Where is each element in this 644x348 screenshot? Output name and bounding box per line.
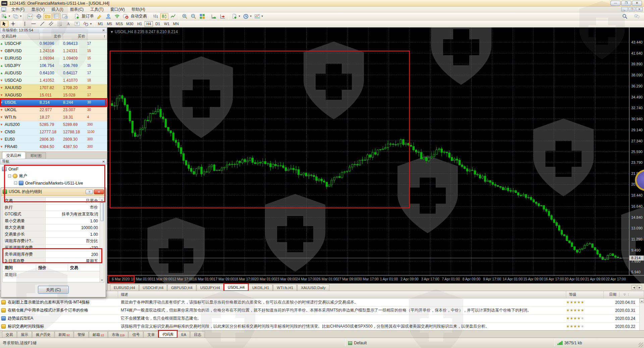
new-chart-dropdown[interactable]: ▼ [8,15,11,18]
chart-window-icon[interactable] [1,7,6,11]
terminal-tab-新闻[interactable]: 新闻92 [55,331,73,338]
dialog-help-button[interactable]: ? [86,190,93,194]
new-order-icon[interactable] [73,13,81,20]
zoom-in-button[interactable] [181,13,189,20]
terminal-tab-代码库[interactable]: 代码库 [159,331,177,338]
timeframe-h1[interactable]: H1 [136,21,144,27]
terminal-tab-邮箱[interactable]: 邮箱12 [89,331,108,338]
menu-item-2[interactable]: 插入(I) [48,6,66,13]
periods-dropdown[interactable]: ▼ [250,15,252,18]
cursor-tool-button[interactable] [0,20,8,27]
terminal-tab-信号[interactable]: 信号 [128,331,143,338]
auto-scroll-button[interactable] [210,13,218,20]
restore-button[interactable]: ❐ [621,1,631,6]
menu-item-0[interactable]: 文件(F) [8,6,28,13]
market-watch-row-xauusd[interactable]: ▼XAUUSD1707.821708.2038 [0,84,107,91]
market-watch-row-ukoil[interactable]: ▼UKOIL22.97723.00730 [0,106,107,114]
collapse-icon[interactable]: - [14,182,17,185]
tab-symbols[interactable]: 交易品种 [2,152,25,159]
channel-button[interactable] [47,20,55,27]
column-symbol[interactable]: 交易品种 [0,33,40,40]
market-watch-row-eu50[interactable]: ▼EU502806.302809.30300 [0,136,107,143]
terminal-toggle-button[interactable] [52,13,60,20]
price-chart[interactable]: 43.44041.64039.89038.09036.29034.49032.7… [107,27,644,283]
community-button[interactable] [104,13,112,20]
market-watch-toggle-button[interactable] [26,13,34,20]
new-chart-button[interactable] [0,13,8,20]
timeframe-m30[interactable]: M30 [125,21,135,27]
terminal-tab-文章[interactable]: 文章 [144,331,158,338]
chart-tab-usdchf-h4[interactable]: USDCHF,H4 [139,284,167,291]
navigator-item-1[interactable]: -账户 [2,172,107,180]
chart-shift-button[interactable] [219,13,227,20]
chart-tab-eurusd-h4[interactable]: EURUSD,H4 [110,284,139,291]
arrows-tool-button[interactable] [82,20,90,27]
auto-trading-button[interactable]: 自动交易 [131,13,147,19]
market-watch-row-usdchf[interactable]: ▲USDCHF0.963960.9641317 [0,40,107,47]
timeframe-m5[interactable]: M5 [105,21,114,27]
mdi-minimize-button[interactable]: _ [621,7,628,11]
market-watch-row-usdjpy[interactable]: ▲USDJPY106.754106.76915 [0,62,107,69]
chart-tab-xauusd-daily[interactable]: XAUUSD,Daily [297,284,329,291]
market-watch-row-fra40[interactable]: ▼FRA404384.504387.50300 [0,143,107,150]
chart-tab-wti-fs-h1[interactable]: WTI.fs,H1 [273,284,297,291]
market-watch-row-audusd[interactable]: ▲AUDUSD0.641000.6411717 [0,69,107,77]
terminal-tab-市场[interactable]: 市场119 [108,331,128,338]
fibonacci-button[interactable] [56,20,64,27]
market-watch-row-usoil[interactable]: ▼USOIL8.2148.24430 [0,99,107,106]
indicators-button[interactable] [230,13,238,20]
navigator-close-icon[interactable]: ✕ [102,160,105,163]
market-watch-row-gbpusd[interactable]: ▼GBPUSD1.243161.2433115 [0,47,107,55]
column-description[interactable]: 描述 [118,291,566,298]
terminal-tab-交易[interactable]: 交易 [2,331,17,338]
navigator-item-2[interactable]: -OneFinancialMarkets-US11-Live [2,180,107,187]
close-button[interactable]: ✕ [632,1,642,6]
search-icon[interactable] [621,13,629,20]
text-tool-button[interactable] [64,20,72,27]
market-watch-row-xagusd[interactable]: ▼XAGUSD15.01115.02817 [0,91,107,99]
market-watch-row-aus200[interactable]: ▼AUS2005285.795289.69390 [0,121,107,128]
market-watch-close-icon[interactable]: ✕ [102,29,105,32]
scroll-up-icon[interactable]: ▲ [640,298,644,303]
terminal-tab-展示[interactable]: 展示 [17,331,32,338]
navigator-toggle-button[interactable] [44,13,52,20]
codebase-row-2[interactable]: 趋势追踪型EA它不会频繁建仓，也只会根据固定形态建仓。★★★★★2020.03.… [0,315,644,323]
tabs-scroll-left-icon[interactable]: ◀ [632,285,636,290]
dialog-close-footer-button[interactable]: 关闭 (C) [38,286,69,294]
minimize-button[interactable]: — [610,1,621,6]
profiles-button[interactable] [12,13,20,20]
text-label-button[interactable] [73,20,81,27]
codebase-row-0[interactable]: 在副图上显示最近的点差和其平均值-MT4指标最近由于各种因素浮动点差有些扩大，该… [0,298,644,306]
menu-item-1[interactable]: 显示(V) [28,6,48,13]
terminal-tab-EA[interactable]: EA [177,331,190,338]
timeframe-h4[interactable]: H4 [145,21,153,27]
codebase-row-1[interactable]: 在锁仓账户中用单边模式计算多个订单的价格MT4账户一般是双边模式，但如果你采用加… [0,306,644,315]
chart-tab-gbpusd-h4[interactable]: GBPUSD,H4 [167,284,196,291]
market-watch-row-usdcad[interactable]: ▼USDCAD1.410521.4107018 [0,77,107,84]
auto-trading-icon[interactable] [122,13,130,20]
market-watch-row-eurusd[interactable]: ▼EURUSD1.093941.0940915 [0,55,107,62]
periods-button[interactable] [242,13,250,20]
chat-icon[interactable] [633,13,641,20]
dialog-title-bar[interactable]: USOIL 的合约细则 ? ✕ [1,188,106,196]
codebase-scrollbar[interactable]: ▲ [639,298,644,330]
dialog-close-button[interactable]: ✕ [94,190,104,194]
chart-tab-usdjpy-h4[interactable]: USDJPY,H4 [197,284,224,291]
column-grade[interactable]: 等级 [566,291,604,298]
vertical-line-button[interactable] [21,20,29,27]
menu-item-6[interactable]: 帮助(H) [128,6,149,13]
signals-button[interactable] [113,13,121,20]
line-chart-button[interactable] [169,13,177,20]
menu-item-4[interactable]: 工具(T) [87,6,107,13]
menu-item-5[interactable]: 窗口(W) [107,6,128,13]
terminal-tab-警报[interactable]: 警报 [74,331,89,338]
data-window-button[interactable] [35,13,43,20]
metaeditor-button[interactable] [96,13,104,20]
strategy-tester-button[interactable] [61,13,69,20]
trendline-button[interactable] [38,20,46,27]
timeframe-m15[interactable]: M15 [114,21,124,27]
crosshair-tool-button[interactable] [9,20,17,27]
dialog-scrollbar[interactable]: ▲ ▼ [100,198,104,282]
arrows-dropdown[interactable]: ▼ [90,22,92,25]
scroll-down-icon[interactable]: ▼ [100,278,104,282]
